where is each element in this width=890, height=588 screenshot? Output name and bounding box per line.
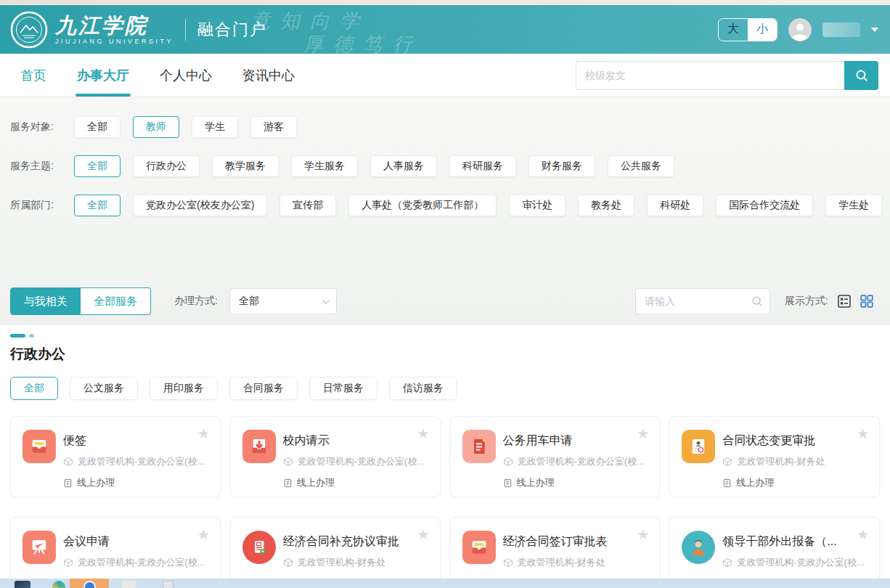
card-title: 便签	[63, 433, 208, 449]
department-option[interactable]: 学生处	[825, 195, 882, 216]
service-card[interactable]: 经济合同签订审批表 党政管理机构-财务处 线上办理	[450, 517, 661, 588]
department-option[interactable]: 宣传部	[279, 195, 336, 216]
category-pill[interactable]: 合同服务	[229, 377, 298, 400]
card-org-line: 党政管理机构-党政办公室(校...	[722, 556, 867, 569]
person-avatar-icon	[682, 531, 715, 564]
category-pill[interactable]: 用印服务	[150, 377, 218, 400]
card-org: 党政管理机构-党政办公室(校...	[78, 556, 205, 569]
category-pills: 全部 公文服务 用印服务 合同服务 日常服务 信访服务	[10, 377, 880, 400]
service-card[interactable]: 领导干部外出报备（... 党政管理机构-党政办公室(校... 线上办理	[669, 517, 880, 588]
service-card[interactable]: 校内请示 党政管理机构-党政办公室(校... 线上办理	[230, 416, 441, 497]
document-icon	[283, 478, 293, 488]
card-method-line: 线上办理	[503, 476, 648, 489]
favorite-star-icon[interactable]	[637, 427, 649, 441]
target-option-student[interactable]: 学生	[192, 116, 238, 138]
taskbar-icon-5[interactable]	[162, 580, 174, 588]
topic-option[interactable]: 财务服务	[528, 155, 595, 177]
department-option[interactable]: 党政办公室(校友办公室)	[133, 195, 267, 216]
taskbar	[0, 579, 890, 588]
meeting-plane-icon	[23, 531, 56, 564]
category-pill[interactable]: 日常服务	[309, 377, 377, 400]
topic-option[interactable]: 行政办公	[133, 155, 200, 177]
chevron-down-icon[interactable]	[871, 28, 878, 32]
nav-tab-home[interactable]: 首页	[20, 54, 46, 97]
service-toolbar: 与我相关 全部服务 办理方式: 全部 展示方式:	[10, 287, 880, 315]
filter-row-department: 所属部门: 全部 党政办公室(校友办公室) 宣传部 人事处（党委教师工作部） 审…	[10, 195, 880, 216]
department-option[interactable]: 科研处	[647, 195, 703, 216]
target-option-teacher[interactable]: 教师	[133, 116, 179, 138]
category-pill[interactable]: 信访服务	[389, 377, 457, 400]
document-icon	[722, 478, 732, 488]
font-size-large-button[interactable]: 大	[719, 19, 748, 41]
target-option-all[interactable]: 全部	[74, 116, 121, 138]
favorite-star-icon[interactable]	[857, 427, 869, 441]
card-org: 党政管理机构-党政办公室(校...	[78, 455, 205, 468]
nav-tab-personal-center[interactable]: 个人中心	[160, 54, 212, 97]
service-card[interactable]: 会议申请 党政管理机构-党政办公室(校... 线上办理	[10, 517, 221, 588]
topic-option[interactable]: 教学服务	[212, 155, 279, 177]
department-option[interactable]: 人事处（党委教师工作部）	[348, 195, 497, 216]
favorite-star-icon[interactable]	[197, 427, 210, 441]
card-method-line: 线上办理	[63, 476, 208, 489]
site-search-button[interactable]	[844, 61, 878, 90]
category-pill[interactable]: 公文服务	[70, 377, 138, 400]
main-navbar: 首页 办事大厅 个人中心 资讯中心	[0, 54, 890, 97]
service-card-grid: 便签 党政管理机构-党政办公室(校... 线上办理	[10, 416, 880, 588]
font-size-small-button[interactable]: 小	[748, 19, 777, 41]
topic-option[interactable]: 学生服务	[291, 155, 358, 177]
card-method: 线上办理	[297, 476, 335, 489]
nav-tab-service-hall[interactable]: 办事大厅	[77, 54, 129, 97]
service-card[interactable]: 便签 党政管理机构-党政办公室(校... 线上办理	[10, 416, 221, 497]
filter-row-service-target: 服务对象: 全部 教师 学生 游客	[10, 116, 880, 138]
taskbar-icon-1[interactable]	[15, 581, 30, 588]
user-avatar[interactable]	[788, 18, 812, 41]
favorite-star-icon[interactable]	[857, 528, 869, 542]
topic-option[interactable]: 全部	[74, 155, 121, 177]
category-pill[interactable]: 全部	[10, 377, 58, 400]
watermark-motto-line1: 竟知向学	[250, 8, 370, 34]
favorite-star-icon[interactable]	[637, 528, 649, 542]
card-title: 公务用车申请	[503, 433, 648, 449]
favorite-star-icon[interactable]	[197, 528, 210, 542]
contract-gear-icon	[242, 531, 276, 564]
service-card[interactable]: 公务用车申请 党政管理机构-党政办公室(校... 线上办理	[450, 416, 661, 497]
topic-option[interactable]: 人事服务	[370, 155, 437, 177]
target-option-guest[interactable]: 游客	[250, 116, 297, 138]
card-org-line: 党政管理机构-党政办公室(校...	[503, 455, 648, 468]
grid-view-icon[interactable]	[860, 294, 874, 309]
search-icon[interactable]	[751, 295, 764, 308]
service-card[interactable]: 合同状态变更审批 党政管理机构-财务处 线上办理	[669, 416, 880, 497]
favorite-star-icon[interactable]	[417, 528, 429, 542]
tab-all-services[interactable]: 全部服务	[81, 287, 151, 315]
university-name-en: JIUJIANG UNIVERSITY	[55, 38, 173, 45]
display-mode-icons	[837, 294, 874, 309]
display-mode-label: 展示方式:	[785, 295, 828, 308]
site-search-input[interactable]	[576, 61, 844, 90]
nav-tab-news-center[interactable]: 资讯中心	[242, 54, 295, 97]
card-method: 线上办理	[77, 476, 115, 489]
department-option[interactable]: 教务处	[578, 195, 634, 216]
taskbar-icon-2[interactable]	[52, 581, 65, 588]
cube-icon	[503, 457, 513, 467]
method-select[interactable]: 全部	[229, 288, 337, 314]
favorite-star-icon[interactable]	[417, 427, 429, 441]
tab-related-to-me[interactable]: 与我相关	[10, 287, 81, 315]
service-card[interactable]: 经济合同补充协议审批 党政管理机构-财务处 线上办理	[230, 517, 441, 588]
filter-row-service-topic: 服务主题: 全部 行政办公 教学服务 学生服务 人事服务 科研服务 财务服务 公…	[10, 155, 880, 177]
header: 九江学院 JIUJIANG UNIVERSITY 融合门户 竟知向学 厚德笃行 …	[0, 5, 890, 54]
university-name-cn: 九江学院	[55, 15, 173, 36]
card-title: 经济合同补充协议审批	[283, 534, 428, 550]
taskbar-icon-word[interactable]	[122, 581, 136, 588]
department-option[interactable]: 全部	[74, 195, 121, 216]
user-name-redacted[interactable]	[822, 23, 860, 37]
card-method: 线上办理	[736, 476, 774, 489]
card-org-line: 党政管理机构-党政办公室(校...	[63, 556, 208, 569]
topic-option[interactable]: 科研服务	[449, 155, 516, 177]
topic-option[interactable]: 公共服务	[608, 155, 674, 177]
card-org: 党政管理机构-财务处	[737, 455, 825, 468]
taskbar-icon-3[interactable]	[83, 581, 96, 588]
briefcase-icon	[462, 531, 496, 564]
department-option[interactable]: 审计处	[509, 195, 566, 216]
department-option[interactable]: 国际合作交流处	[716, 195, 813, 216]
list-view-icon[interactable]	[837, 294, 852, 309]
